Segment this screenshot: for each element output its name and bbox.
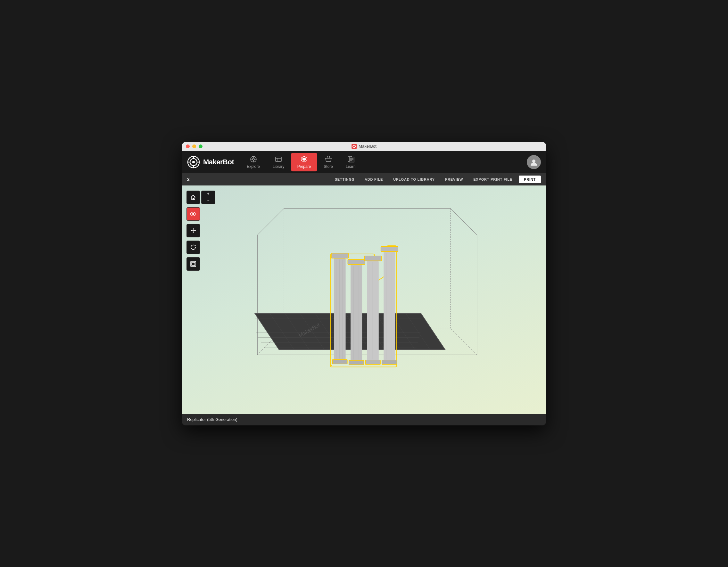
export-print-file-button[interactable]: EXPORT PRINT FILE — [468, 176, 517, 183]
zoom-group: + − — [201, 191, 215, 204]
status-bar: Replicator (5th Generation) — [182, 414, 546, 425]
svg-point-10 — [252, 158, 254, 160]
zoom-out-button[interactable]: − — [202, 197, 215, 204]
learn-icon — [347, 155, 354, 163]
app-icon — [352, 144, 357, 149]
nav-item-explore[interactable]: Explore — [240, 153, 266, 171]
svg-marker-94 — [193, 228, 194, 229]
move-button[interactable] — [186, 224, 200, 237]
logo: MakerBot — [187, 156, 234, 168]
svg-line-27 — [257, 208, 284, 235]
svg-rect-15 — [276, 157, 281, 161]
svg-point-25 — [532, 160, 535, 163]
toolbar: 2 SETTINGS ADD FILE UPLOAD TO LIBRARY PR… — [182, 173, 546, 185]
nav-item-store[interactable]: Store — [317, 153, 339, 171]
minimize-button[interactable] — [192, 144, 196, 148]
svg-line-37 — [451, 328, 477, 355]
zoom-out-icon: − — [207, 198, 209, 203]
svg-rect-72 — [367, 261, 379, 360]
svg-rect-65 — [348, 259, 365, 264]
main-content: MakerBot — [182, 185, 546, 425]
prepare-label: Prepare — [297, 164, 311, 169]
svg-point-4 — [192, 161, 195, 163]
svg-marker-96 — [191, 230, 192, 231]
settings-button[interactable]: SETTINGS — [330, 176, 360, 183]
library-label: Library — [273, 164, 285, 169]
logo-text: MakerBot — [203, 158, 234, 166]
move-icon — [190, 227, 196, 234]
file-count: 2 — [187, 177, 190, 182]
scale-button[interactable] — [186, 257, 200, 271]
nav-item-library[interactable]: Library — [266, 153, 291, 171]
svg-rect-77 — [384, 251, 395, 361]
rotate-button[interactable] — [186, 241, 200, 254]
close-button[interactable] — [186, 144, 190, 148]
svg-rect-76 — [381, 246, 398, 251]
title-bar: MakerBot — [182, 142, 546, 151]
home-button[interactable] — [186, 191, 200, 204]
library-icon — [275, 155, 282, 163]
nav-item-learn[interactable]: Learn — [339, 153, 362, 171]
home-zoom-group: + − — [186, 191, 215, 204]
svg-marker-97 — [194, 230, 196, 231]
prepare-icon — [300, 155, 308, 163]
svg-rect-100 — [192, 262, 195, 266]
print-button[interactable]: PRINT — [519, 176, 541, 183]
app-window: MakerBot MakerBot — [182, 142, 546, 425]
printer-name: Replicator (5th Generation) — [187, 417, 237, 422]
zoom-in-icon: + — [207, 192, 209, 196]
svg-rect-75 — [366, 360, 380, 365]
rotate-icon — [190, 244, 196, 251]
profile-button[interactable] — [527, 155, 541, 169]
svg-marker-98 — [194, 245, 196, 246]
home-icon — [190, 194, 196, 200]
add-file-button[interactable]: ADD FILE — [360, 176, 388, 183]
zoom-in-button[interactable]: + — [202, 191, 215, 197]
learn-label: Learn — [346, 164, 356, 169]
svg-rect-81 — [382, 360, 397, 365]
nav-item-prepare[interactable]: Prepare — [291, 153, 318, 171]
nav-bar: MakerBot Explore — [182, 151, 546, 173]
traffic-lights — [186, 144, 203, 148]
svg-rect-70 — [349, 360, 364, 365]
upload-to-library-button[interactable]: UPLOAD TO LIBRARY — [388, 176, 440, 183]
store-label: Store — [324, 164, 333, 169]
store-icon — [325, 155, 332, 163]
svg-line-28 — [451, 208, 477, 235]
preview-button[interactable]: PREVIEW — [440, 176, 468, 183]
explore-label: Explore — [247, 164, 260, 169]
svg-rect-66 — [351, 264, 362, 361]
svg-point-91 — [192, 213, 194, 215]
svg-marker-19 — [302, 158, 306, 161]
left-toolbar: + − — [186, 191, 215, 271]
scale-icon — [190, 261, 196, 267]
viewport[interactable]: MakerBot — [182, 185, 546, 414]
svg-rect-64 — [332, 359, 347, 364]
nav-items: Explore Library Prepare — [240, 153, 527, 171]
svg-rect-59 — [331, 253, 348, 258]
columns-3d — [288, 228, 426, 382]
svg-rect-60 — [334, 258, 345, 360]
window-title: MakerBot — [352, 144, 376, 149]
profile-icon — [530, 158, 538, 166]
svg-rect-71 — [364, 256, 381, 260]
svg-marker-95 — [193, 232, 194, 233]
maximize-button[interactable] — [199, 144, 203, 148]
explore-icon — [250, 155, 257, 163]
eye-icon — [190, 212, 196, 216]
makerbot-logo-icon — [187, 156, 200, 168]
svg-rect-90 — [193, 198, 194, 200]
view-button[interactable] — [186, 207, 200, 221]
